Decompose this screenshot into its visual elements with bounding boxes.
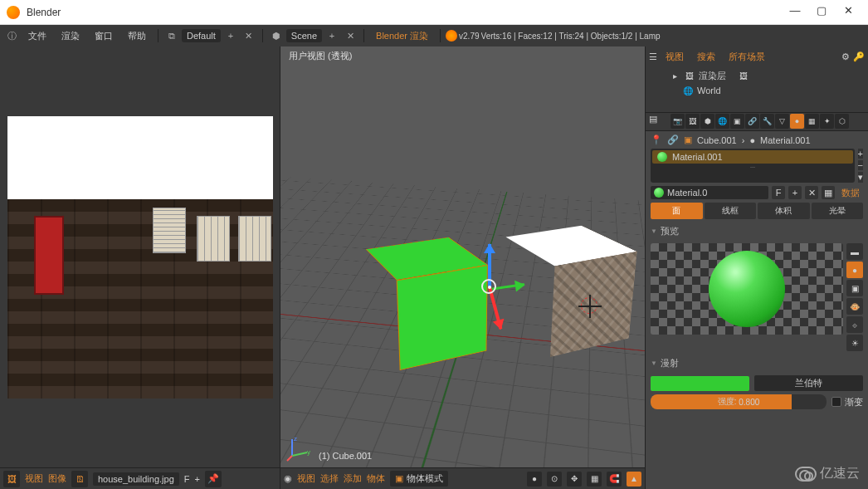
image-editor-type-icon[interactable]: 🖼 — [3, 471, 20, 487]
3d-editor-type-icon[interactable]: ◉ — [284, 473, 292, 484]
pin-icon[interactable]: 📍 — [651, 134, 662, 145]
menu-help[interactable]: 帮助 — [121, 30, 153, 42]
material-slot-list[interactable]: Material.001 ⸺ — [651, 149, 855, 183]
image-add-button[interactable]: + — [194, 474, 199, 484]
outliner-menu-view[interactable]: 视图 — [661, 49, 689, 65]
tab-world-icon[interactable]: 🌐 — [715, 114, 729, 129]
diffuse-ramp-checkbox[interactable]: 渐变 — [831, 396, 863, 408]
preview-monkey-icon[interactable]: 🐵 — [846, 298, 863, 315]
outliner-tree[interactable]: ▸ 🖼 渲染层 🖼 🌐 World — [646, 66, 868, 112]
tab-object-icon[interactable]: ▣ — [730, 114, 744, 129]
breadcrumb-material[interactable]: Material.001 — [760, 135, 811, 145]
preview-sky-icon[interactable]: ☀ — [846, 335, 863, 351]
watermark-text: 亿速云 — [820, 465, 860, 482]
image-menu-image[interactable]: 图像 — [48, 472, 66, 485]
panel-preview-header[interactable]: 预览 — [651, 222, 863, 240]
layout-add-button[interactable]: + — [222, 27, 239, 44]
material-nodes-icon[interactable]: ▦ — [822, 186, 835, 199]
material-unlink-button[interactable]: ✕ — [805, 186, 818, 199]
blender-logo-icon — [7, 6, 20, 19]
material-slot-menu-button[interactable]: ▾ — [858, 172, 863, 183]
panel-diffuse-header[interactable]: 漫射 — [651, 355, 863, 372]
3d-menu-select[interactable]: 选择 — [320, 472, 339, 485]
preview-sphere — [709, 251, 785, 327]
maximize-button[interactable]: ▢ — [808, 4, 835, 21]
cube-stone[interactable] — [525, 237, 607, 337]
scene-select[interactable]: Scene — [286, 29, 322, 42]
close-button[interactable]: ✕ — [835, 4, 861, 21]
layers-icon[interactable]: ▦ — [587, 472, 602, 487]
material-fake-user-button[interactable]: F — [772, 186, 785, 199]
list-grip-icon[interactable]: ⸺ — [652, 164, 853, 171]
preview-flat-icon[interactable]: ▬ — [846, 243, 863, 260]
layout-remove-button[interactable]: ✕ — [241, 27, 257, 44]
material-link-select[interactable]: 数据 — [838, 187, 863, 199]
tab-material-icon[interactable]: ● — [790, 114, 804, 129]
cube-selected[interactable] — [380, 250, 467, 350]
tab-renderlayers-icon[interactable]: 🖼 — [685, 114, 700, 129]
outliner-filter-icon[interactable]: ⚙ — [841, 51, 850, 62]
tab-physics-icon[interactable]: ⬡ — [835, 114, 849, 129]
3d-menu-view[interactable]: 视图 — [297, 472, 315, 485]
screen-layout-select[interactable]: Default — [182, 29, 221, 42]
mode-select[interactable]: ▣ 物体模式 — [390, 471, 448, 487]
preview-hair-icon[interactable]: ⟐ — [846, 316, 863, 333]
menu-render[interactable]: 渲染 — [55, 30, 86, 42]
outliner-menu-search[interactable]: 搜索 — [692, 49, 720, 65]
tab-wire[interactable]: 线框 — [705, 203, 757, 219]
3d-viewport[interactable]: 用户视图 (透视) (1) Cube.001 — [280, 46, 645, 467]
outliner-editor-icon[interactable]: ☰ — [649, 51, 657, 62]
pivot-icon[interactable]: ⊙ — [547, 472, 562, 487]
image-menu-view[interactable]: 视图 — [25, 472, 43, 485]
minimize-button[interactable]: ― — [782, 4, 808, 21]
material-new-button[interactable]: + — [788, 186, 802, 199]
material-icon: ● — [749, 135, 755, 145]
3d-cursor[interactable] — [581, 297, 597, 314]
outliner-key-icon[interactable]: 🔑 — [853, 51, 865, 62]
tab-scene-icon[interactable]: ⬢ — [700, 114, 714, 129]
tab-halo[interactable]: 光晕 — [812, 203, 864, 219]
tab-volume[interactable]: 体积 — [758, 203, 810, 219]
info-editor-icon[interactable]: ⓘ — [3, 27, 20, 44]
render-engine-select[interactable]: Blender 渲染 — [369, 30, 435, 42]
diffuse-intensity-slider[interactable]: 强度: 0.800 — [651, 394, 827, 409]
scene-add-button[interactable]: + — [324, 27, 340, 44]
image-editor-viewport[interactable] — [0, 46, 280, 467]
tab-particles-icon[interactable]: ✦ — [820, 114, 834, 129]
image-pin-icon[interactable]: 📌 — [205, 471, 222, 487]
tab-modifiers-icon[interactable]: 🔧 — [760, 114, 774, 129]
disclosure-icon[interactable]: ▸ — [669, 70, 680, 81]
properties-editor-icon[interactable]: ▤ — [649, 114, 664, 129]
diffuse-color-swatch[interactable] — [651, 376, 749, 391]
image-browse-icon[interactable]: 🖻 — [71, 471, 88, 487]
material-slot-remove-button[interactable]: − — [858, 160, 863, 170]
3d-menu-add[interactable]: 添加 — [344, 472, 362, 485]
breadcrumb-object[interactable]: Cube.001 — [697, 135, 737, 145]
material-name-field[interactable]: Material.0 — [651, 186, 768, 199]
menu-window[interactable]: 窗口 — [88, 30, 119, 42]
tab-data-icon[interactable]: ▽ — [775, 114, 789, 129]
manipulator-icon[interactable]: ✥ — [567, 472, 582, 487]
material-slot-add-button[interactable]: + — [858, 149, 863, 159]
material-slot-item[interactable]: Material.001 — [652, 150, 853, 164]
tab-texture-icon[interactable]: ▦ — [805, 114, 819, 129]
3d-menu-object[interactable]: 物体 — [367, 472, 385, 485]
image-file-field[interactable]: house_building.jpg — [93, 472, 179, 486]
preview-cube-icon[interactable]: ▣ — [846, 280, 863, 296]
tab-constraints-icon[interactable]: 🔗 — [745, 114, 759, 129]
render-preview-icon[interactable]: ▲ — [627, 472, 641, 487]
outliner-filter-select[interactable]: 所有场景 — [724, 49, 770, 65]
tab-surface[interactable]: 面 — [651, 203, 703, 219]
scene-icon[interactable]: ⬢ — [268, 27, 285, 44]
snap-icon[interactable]: 🧲 — [607, 472, 622, 487]
image-fake-user-button[interactable]: F — [184, 474, 190, 484]
diffuse-shader-select[interactable]: 兰伯特 — [754, 375, 863, 391]
tab-render-icon[interactable]: 📷 — [671, 114, 685, 129]
preview-sphere-icon[interactable]: ● — [846, 262, 863, 278]
outliner-item-renderlayers[interactable]: ▸ 🖼 渲染层 🖼 — [652, 68, 861, 83]
outliner-item-world[interactable]: 🌐 World — [652, 83, 861, 98]
scene-remove-button[interactable]: ✕ — [342, 27, 358, 44]
back-to-previous-icon[interactable]: ⧉ — [163, 27, 180, 44]
menu-file[interactable]: 文件 — [22, 30, 53, 42]
shading-solid-icon[interactable]: ● — [527, 472, 542, 487]
